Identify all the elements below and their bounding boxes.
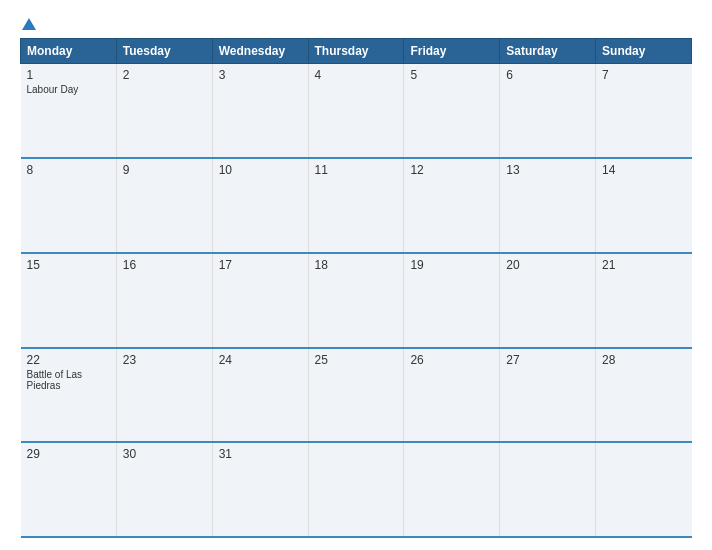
calendar-cell: 9 — [116, 158, 212, 253]
day-number: 5 — [410, 68, 493, 82]
week-row-1: 1Labour Day234567 — [21, 64, 692, 159]
day-number: 1 — [27, 68, 110, 82]
calendar-cell: 22Battle of Las Piedras — [21, 348, 117, 443]
calendar-cell: 1Labour Day — [21, 64, 117, 159]
calendar-cell: 18 — [308, 253, 404, 348]
calendar-cell: 26 — [404, 348, 500, 443]
week-row-5: 293031 — [21, 442, 692, 537]
day-number: 9 — [123, 163, 206, 177]
day-number: 17 — [219, 258, 302, 272]
logo — [20, 18, 36, 30]
day-number: 24 — [219, 353, 302, 367]
day-event: Battle of Las Piedras — [27, 369, 110, 391]
calendar-cell — [596, 442, 692, 537]
calendar-cell: 17 — [212, 253, 308, 348]
calendar-cell: 23 — [116, 348, 212, 443]
week-row-2: 891011121314 — [21, 158, 692, 253]
calendar-cell: 27 — [500, 348, 596, 443]
col-header-wednesday: Wednesday — [212, 39, 308, 64]
day-number: 29 — [27, 447, 110, 461]
week-row-4: 22Battle of Las Piedras232425262728 — [21, 348, 692, 443]
day-number: 14 — [602, 163, 685, 177]
calendar-table: MondayTuesdayWednesdayThursdayFridaySatu… — [20, 38, 692, 538]
col-header-saturday: Saturday — [500, 39, 596, 64]
calendar-cell: 31 — [212, 442, 308, 537]
col-header-sunday: Sunday — [596, 39, 692, 64]
day-number: 2 — [123, 68, 206, 82]
day-event: Labour Day — [27, 84, 110, 95]
day-number: 11 — [315, 163, 398, 177]
col-header-tuesday: Tuesday — [116, 39, 212, 64]
col-header-thursday: Thursday — [308, 39, 404, 64]
calendar-cell: 29 — [21, 442, 117, 537]
calendar-cell: 6 — [500, 64, 596, 159]
day-number: 31 — [219, 447, 302, 461]
calendar-header-row: MondayTuesdayWednesdayThursdayFridaySatu… — [21, 39, 692, 64]
calendar-cell: 4 — [308, 64, 404, 159]
day-number: 7 — [602, 68, 685, 82]
day-number: 6 — [506, 68, 589, 82]
day-number: 12 — [410, 163, 493, 177]
calendar-cell: 30 — [116, 442, 212, 537]
day-number: 20 — [506, 258, 589, 272]
calendar-cell — [500, 442, 596, 537]
day-number: 8 — [27, 163, 110, 177]
calendar-cell: 13 — [500, 158, 596, 253]
calendar-cell: 10 — [212, 158, 308, 253]
calendar-cell: 12 — [404, 158, 500, 253]
day-number: 4 — [315, 68, 398, 82]
col-header-friday: Friday — [404, 39, 500, 64]
calendar-cell: 25 — [308, 348, 404, 443]
day-number: 15 — [27, 258, 110, 272]
day-number: 23 — [123, 353, 206, 367]
calendar-cell: 11 — [308, 158, 404, 253]
calendar-header — [20, 18, 692, 30]
calendar-cell: 15 — [21, 253, 117, 348]
day-number: 25 — [315, 353, 398, 367]
calendar-cell: 19 — [404, 253, 500, 348]
calendar-cell — [308, 442, 404, 537]
day-number: 13 — [506, 163, 589, 177]
day-number: 19 — [410, 258, 493, 272]
day-number: 21 — [602, 258, 685, 272]
day-number: 30 — [123, 447, 206, 461]
day-number: 18 — [315, 258, 398, 272]
calendar-cell: 5 — [404, 64, 500, 159]
calendar-cell: 2 — [116, 64, 212, 159]
logo-blue-text — [20, 18, 36, 30]
calendar-cell: 21 — [596, 253, 692, 348]
calendar-cell: 20 — [500, 253, 596, 348]
calendar-cell: 16 — [116, 253, 212, 348]
week-row-3: 15161718192021 — [21, 253, 692, 348]
day-number: 10 — [219, 163, 302, 177]
logo-triangle-icon — [22, 18, 36, 30]
calendar-cell: 28 — [596, 348, 692, 443]
day-number: 3 — [219, 68, 302, 82]
calendar-cell: 8 — [21, 158, 117, 253]
calendar-cell: 24 — [212, 348, 308, 443]
day-number: 27 — [506, 353, 589, 367]
calendar-cell: 7 — [596, 64, 692, 159]
calendar-cell — [404, 442, 500, 537]
calendar-cell: 14 — [596, 158, 692, 253]
day-number: 22 — [27, 353, 110, 367]
calendar-cell: 3 — [212, 64, 308, 159]
day-number: 28 — [602, 353, 685, 367]
day-number: 16 — [123, 258, 206, 272]
col-header-monday: Monday — [21, 39, 117, 64]
day-number: 26 — [410, 353, 493, 367]
